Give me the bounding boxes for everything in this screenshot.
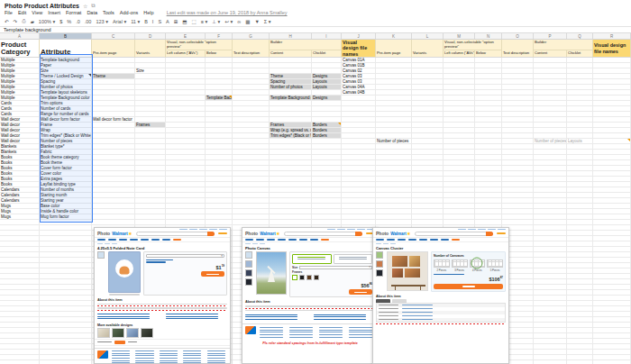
cart-icon[interactable] [497, 232, 506, 234]
design-thumb[interactable] [141, 328, 153, 338]
product-image[interactable] [387, 251, 428, 291]
toolbar-text-color-button[interactable]: A [166, 19, 169, 24]
footer-links-column[interactable] [135, 350, 155, 364]
frame-swatch[interactable] [306, 275, 312, 280]
toolbar-zoom-select-button[interactable]: 100% ▾ [39, 19, 55, 24]
header-visual-design-2[interactable]: Visual design file names [593, 40, 631, 58]
toolbar-print-button[interactable]: ⎙ [22, 18, 25, 24]
search-input[interactable] [284, 232, 362, 236]
size-dropdown[interactable] [299, 266, 372, 269]
add-to-cart-button[interactable] [349, 289, 372, 295]
toolbar-functions-button[interactable]: Σ ▾ [264, 19, 271, 24]
walmart-logo[interactable]: Walmart [390, 232, 407, 236]
menu-file[interactable]: File [5, 10, 13, 15]
add-to-cart-button[interactable] [434, 284, 503, 289]
tab-description[interactable] [376, 299, 390, 303]
header-content-2[interactable]: Content [534, 50, 567, 57]
signup-button[interactable] [114, 341, 125, 344]
header-pre-item-page-2[interactable]: Pre-item page [376, 40, 412, 58]
header-builder-group-2[interactable]: Builder Content Chicklet [534, 40, 593, 58]
search-input[interactable] [136, 232, 215, 236]
toolbar-insert-chart-button[interactable]: ▦ [245, 19, 250, 24]
column-letter-E[interactable]: E [166, 33, 206, 39]
toolbar-strikethrough-button[interactable]: S [158, 19, 161, 24]
toolbar-redo-button[interactable]: ↷ [14, 19, 18, 24]
option-2-pieces[interactable]: 2 Pieces [434, 259, 450, 272]
column-letter-H[interactable]: H [270, 33, 312, 39]
cell-B58[interactable] [40, 360, 92, 364]
menu-view[interactable]: View [32, 10, 42, 15]
menu-edit[interactable]: Edit [18, 10, 26, 15]
toolbar-decrease-decimal-button[interactable]: .0 [76, 19, 80, 24]
frame-swatch[interactable] [299, 275, 305, 280]
toolbar-horizontal-align-button[interactable]: ≡ ▾ [201, 19, 208, 24]
cell-R58[interactable] [593, 360, 631, 364]
search-input[interactable] [415, 232, 493, 236]
header-option-preview-group-2[interactable]: Visual, non-selectable "option preview" … [444, 40, 502, 58]
column-letter-F[interactable]: F [206, 33, 233, 39]
column-letter-P[interactable]: P [534, 33, 567, 39]
thumbnail-column[interactable] [245, 251, 253, 298]
header-left-column[interactable]: Left column ("AVs") [166, 50, 206, 57]
toolbar-format-currency-button[interactable]: $ [59, 19, 62, 24]
option-5-pieces[interactable]: 5 Pieces [487, 259, 503, 272]
footer-links-column[interactable] [349, 326, 375, 338]
toolbar-text-wrap-button[interactable]: ↩ ▾ [224, 19, 233, 24]
footer-links-column[interactable] [289, 326, 316, 338]
column-letter-C[interactable]: C [92, 33, 135, 39]
header-text-description-2[interactable]: Text description [502, 40, 534, 58]
menu-help[interactable]: Help [143, 10, 153, 15]
frame-swatch[interactable] [314, 275, 319, 280]
column-letter-K[interactable]: K [376, 33, 412, 39]
walmart-logo[interactable]: Walmart [112, 232, 128, 236]
options-dropdown[interactable] [146, 254, 224, 258]
photo-logo[interactable]: Photo [376, 231, 389, 236]
tab-specs[interactable] [392, 299, 407, 303]
header-below[interactable]: Below [206, 50, 233, 57]
footer-links-column[interactable] [260, 326, 286, 338]
frame-swatch[interactable] [292, 275, 297, 280]
shipping-link[interactable] [434, 274, 464, 276]
option-3-pieces[interactable]: 3 Pieces [452, 259, 468, 272]
option-wrap[interactable] [334, 254, 373, 264]
header-variants[interactable]: Variants [135, 40, 166, 58]
column-letter-L[interactable]: L [412, 33, 444, 39]
last-edit-link[interactable]: Last edit was made on June 19, 2018 by A… [167, 10, 288, 15]
option-print-to-edge[interactable] [292, 254, 332, 264]
header-attribute[interactable]: Attribute [40, 40, 92, 58]
header-below-2[interactable]: Below [475, 50, 502, 57]
footer-links-column[interactable] [112, 350, 132, 364]
footer-links-column[interactable] [207, 350, 227, 364]
menu-data[interactable]: Data [87, 10, 97, 15]
footer-links-column[interactable] [319, 326, 345, 338]
column-letter-B[interactable]: B [40, 33, 92, 39]
header-builder-group[interactable]: Builder Content Chicklet [270, 40, 342, 58]
header-chicklet[interactable]: Chicklet [312, 50, 342, 57]
design-thumb[interactable] [97, 328, 110, 338]
toolbar-bold-button[interactable]: B [144, 19, 148, 24]
folder-icon[interactable]: ⧉ [91, 3, 95, 9]
info-link[interactable] [146, 261, 166, 263]
cart-icon[interactable] [218, 232, 227, 234]
column-letter-N[interactable]: N [475, 33, 502, 39]
design-thumbnails[interactable] [95, 328, 230, 338]
design-thumb[interactable] [112, 328, 124, 338]
toolbar-font-select-button[interactable]: Arial ▾ [113, 19, 126, 24]
menu-insert[interactable]: Insert [48, 10, 60, 15]
menu-tools[interactable]: Tools [103, 10, 114, 15]
toolbar-merge-cells-button[interactable]: ⬚ [192, 19, 197, 24]
footer-links-column[interactable] [183, 350, 203, 364]
column-letter-R[interactable]: R [593, 33, 631, 39]
toolbar-fill-color-button[interactable]: ⬒ [182, 19, 187, 24]
header-text-description[interactable]: Text description [233, 40, 270, 58]
menu-addons[interactable]: Add-ons [120, 10, 139, 15]
column-letter-J[interactable]: J [342, 33, 376, 39]
thumbnail-column[interactable] [376, 251, 384, 292]
cell-P58[interactable] [534, 360, 567, 364]
menu-format[interactable]: Format [66, 10, 81, 15]
toolbar-filter-button[interactable]: ▼ [254, 19, 259, 24]
walmart-logo[interactable]: Walmart [260, 232, 276, 236]
toolbar-number-format-button[interactable]: 123 ▾ [96, 19, 107, 24]
header-content[interactable]: Content [270, 50, 312, 57]
toolbar-insert-link-button[interactable]: ∞ [237, 19, 241, 24]
